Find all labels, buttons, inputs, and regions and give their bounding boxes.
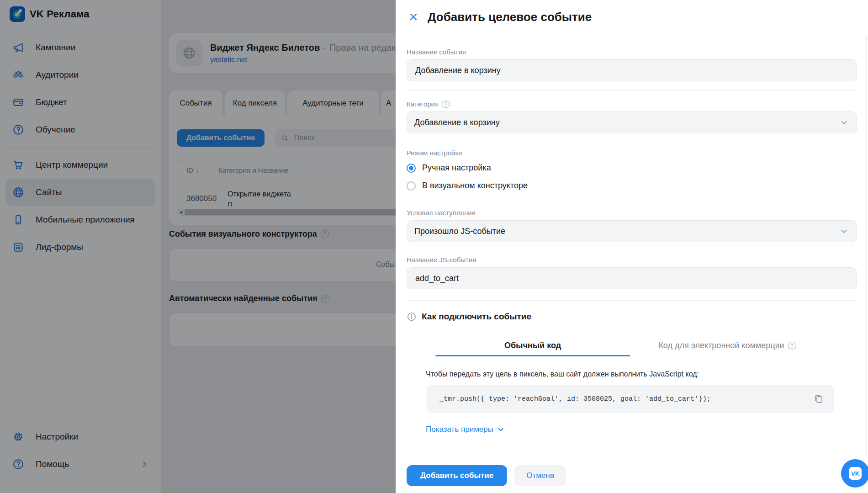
divider <box>407 90 857 91</box>
code-helper-text: Чтобы передать эту цель в пиксель, ваш с… <box>426 370 857 378</box>
show-examples-link[interactable]: Показать примеры <box>426 425 504 434</box>
modal-footer: Добавить событие Отмена <box>396 458 868 493</box>
examples-row: Показать примеры <box>407 425 857 434</box>
help-icon[interactable]: ? <box>442 101 450 108</box>
chevron-down-icon <box>840 227 848 235</box>
category-select[interactable]: Добавление в корзину <box>407 111 857 133</box>
event-name-field-wrap <box>407 59 857 81</box>
modal-header: Добавить целевое событие <box>396 0 868 34</box>
tab-ecommerce-code[interactable]: Код для электронной коммерции ? <box>630 341 825 356</box>
code-block: _tmr.push({ type: 'reachGoal', id: 35080… <box>427 385 834 413</box>
close-icon[interactable] <box>407 10 420 24</box>
js-event-label: Название JS-события <box>407 256 857 264</box>
divider <box>407 300 857 301</box>
radio-unselected-icon[interactable] <box>407 181 416 191</box>
help-icon[interactable]: ? <box>788 342 796 350</box>
category-label: Категория ? <box>407 100 857 108</box>
how-to-connect-header: Как подключить событие <box>407 312 857 322</box>
cancel-button[interactable]: Отмена <box>514 465 566 486</box>
info-icon <box>407 312 417 322</box>
mode-label: Режим настройки <box>407 149 857 157</box>
condition-label: Условие наступления <box>407 209 857 217</box>
js-event-input[interactable] <box>414 273 849 284</box>
modal-title: Добавить целевое событие <box>428 10 592 24</box>
radio-visual-constructor[interactable]: В визуальном конструкторе <box>407 181 857 191</box>
event-name-input[interactable] <box>414 65 849 76</box>
app-root: VK Реклама Кампании <box>0 0 868 493</box>
modal-body: Название события Категория ? Добавление … <box>396 34 868 458</box>
chevron-down-icon <box>840 118 848 127</box>
chevron-down-icon <box>497 426 504 433</box>
code-tabs: Обычный код Код для электронной коммерци… <box>435 341 825 356</box>
copy-icon[interactable] <box>813 393 824 404</box>
modal-scrollbar-track[interactable] <box>866 36 867 456</box>
js-event-field-wrap <box>407 267 857 289</box>
submit-add-event-button[interactable]: Добавить событие <box>407 465 507 486</box>
condition-select[interactable]: Произошло JS-событие <box>407 220 857 242</box>
tab-regular-code[interactable]: Обычный код <box>435 341 630 356</box>
radio-selected-icon[interactable] <box>407 164 416 173</box>
radio-manual-setup[interactable]: Ручная настройка <box>407 163 857 173</box>
vk-logo-icon: VK <box>849 467 862 480</box>
event-name-label: Название события <box>407 48 857 56</box>
code-snippet: _tmr.push({ type: 'reachGoal', id: 35080… <box>439 395 711 403</box>
add-event-modal: Добавить целевое событие Название событи… <box>396 0 868 493</box>
vk-support-fab[interactable]: VK <box>841 459 868 488</box>
